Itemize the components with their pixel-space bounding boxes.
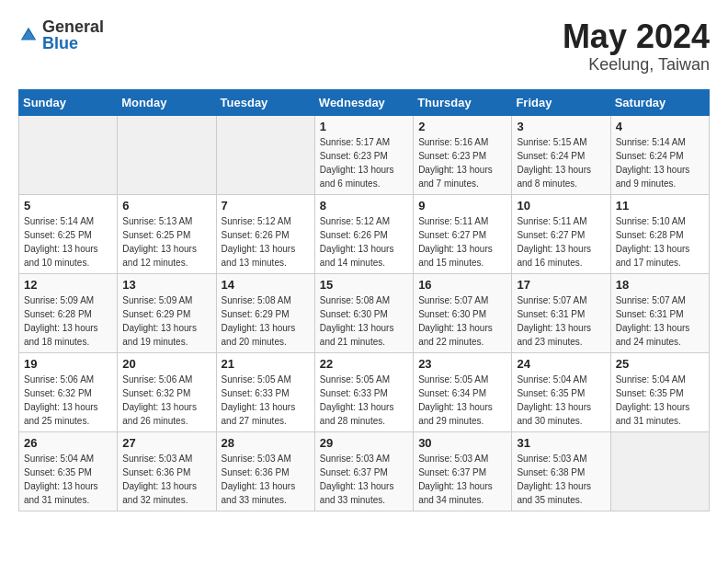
day-info: Sunrise: 5:05 AM Sunset: 6:34 PM Dayligh… xyxy=(418,373,506,428)
calendar-cell: 12Sunrise: 5:09 AM Sunset: 6:28 PM Dayli… xyxy=(19,273,118,352)
day-number: 1 xyxy=(320,120,408,133)
day-info: Sunrise: 5:10 AM Sunset: 6:28 PM Dayligh… xyxy=(616,214,704,270)
calendar-cell: 1Sunrise: 5:17 AM Sunset: 6:23 PM Daylig… xyxy=(314,115,413,194)
day-info: Sunrise: 5:06 AM Sunset: 6:32 PM Dayligh… xyxy=(24,373,112,428)
day-info: Sunrise: 5:07 AM Sunset: 6:31 PM Dayligh… xyxy=(517,293,605,349)
weekday-header-thursday: Thursday xyxy=(414,89,512,115)
day-number: 5 xyxy=(24,199,112,213)
page-header: General Blue May 2024 Keelung, Taiwan xyxy=(18,18,710,75)
calendar-table: SundayMondayTuesdayWednesdayThursdayFrid… xyxy=(18,89,710,511)
calendar-location: Keelung, Taiwan xyxy=(563,55,710,75)
day-number: 10 xyxy=(517,199,605,213)
day-number: 8 xyxy=(320,199,408,213)
day-number: 31 xyxy=(517,436,605,450)
calendar-week-1: 1Sunrise: 5:17 AM Sunset: 6:23 PM Daylig… xyxy=(19,115,710,194)
weekday-header-wednesday: Wednesday xyxy=(314,89,413,115)
day-number: 2 xyxy=(418,120,506,133)
day-number: 28 xyxy=(222,436,310,450)
day-number: 17 xyxy=(517,278,605,292)
day-number: 30 xyxy=(418,436,506,450)
day-number: 4 xyxy=(616,120,704,133)
day-number: 9 xyxy=(418,199,506,213)
calendar-cell: 6Sunrise: 5:13 AM Sunset: 6:25 PM Daylig… xyxy=(118,194,216,273)
calendar-cell: 31Sunrise: 5:03 AM Sunset: 6:38 PM Dayli… xyxy=(512,431,610,511)
day-info: Sunrise: 5:13 AM Sunset: 6:25 PM Dayligh… xyxy=(122,214,210,270)
day-number: 11 xyxy=(616,199,704,213)
day-info: Sunrise: 5:03 AM Sunset: 6:38 PM Dayligh… xyxy=(517,452,605,507)
logo-text-general: General xyxy=(42,18,104,35)
calendar-cell: 17Sunrise: 5:07 AM Sunset: 6:31 PM Dayli… xyxy=(512,273,610,352)
day-number: 24 xyxy=(517,357,605,371)
day-info: Sunrise: 5:03 AM Sunset: 6:36 PM Dayligh… xyxy=(122,452,210,507)
day-info: Sunrise: 5:05 AM Sunset: 6:33 PM Dayligh… xyxy=(222,373,310,428)
calendar-cell: 18Sunrise: 5:07 AM Sunset: 6:31 PM Dayli… xyxy=(610,273,709,352)
day-info: Sunrise: 5:14 AM Sunset: 6:24 PM Dayligh… xyxy=(616,135,704,190)
day-info: Sunrise: 5:03 AM Sunset: 6:37 PM Dayligh… xyxy=(418,452,506,507)
calendar-cell: 26Sunrise: 5:04 AM Sunset: 6:35 PM Dayli… xyxy=(19,431,118,511)
logo-text-blue: Blue xyxy=(42,35,104,52)
day-info: Sunrise: 5:06 AM Sunset: 6:32 PM Dayligh… xyxy=(122,373,210,428)
day-number: 7 xyxy=(222,199,310,213)
calendar-cell: 24Sunrise: 5:04 AM Sunset: 6:35 PM Dayli… xyxy=(512,352,610,431)
calendar-cell: 3Sunrise: 5:15 AM Sunset: 6:24 PM Daylig… xyxy=(512,115,610,194)
day-info: Sunrise: 5:16 AM Sunset: 6:23 PM Dayligh… xyxy=(418,135,506,190)
day-number: 3 xyxy=(517,120,605,133)
day-number: 6 xyxy=(122,199,210,213)
day-number: 19 xyxy=(24,357,112,371)
day-number: 20 xyxy=(122,357,210,371)
calendar-cell: 20Sunrise: 5:06 AM Sunset: 6:32 PM Dayli… xyxy=(118,352,216,431)
calendar-cell: 13Sunrise: 5:09 AM Sunset: 6:29 PM Dayli… xyxy=(118,273,216,352)
day-info: Sunrise: 5:11 AM Sunset: 6:27 PM Dayligh… xyxy=(517,214,605,270)
calendar-cell: 30Sunrise: 5:03 AM Sunset: 6:37 PM Dayli… xyxy=(414,431,512,511)
day-number: 25 xyxy=(616,357,704,371)
calendar-week-2: 5Sunrise: 5:14 AM Sunset: 6:25 PM Daylig… xyxy=(19,194,710,273)
logo-icon xyxy=(18,25,39,45)
calendar-cell: 19Sunrise: 5:06 AM Sunset: 6:32 PM Dayli… xyxy=(19,352,118,431)
calendar-cell: 5Sunrise: 5:14 AM Sunset: 6:25 PM Daylig… xyxy=(19,194,118,273)
day-info: Sunrise: 5:04 AM Sunset: 6:35 PM Dayligh… xyxy=(24,452,112,507)
day-info: Sunrise: 5:04 AM Sunset: 6:35 PM Dayligh… xyxy=(517,373,605,428)
calendar-cell: 22Sunrise: 5:05 AM Sunset: 6:33 PM Dayli… xyxy=(314,352,413,431)
day-info: Sunrise: 5:03 AM Sunset: 6:37 PM Dayligh… xyxy=(320,452,408,507)
calendar-cell xyxy=(610,431,709,511)
day-number: 16 xyxy=(418,278,506,292)
calendar-cell xyxy=(216,115,314,194)
day-number: 26 xyxy=(24,436,112,450)
day-info: Sunrise: 5:09 AM Sunset: 6:29 PM Dayligh… xyxy=(122,293,210,349)
weekday-header-tuesday: Tuesday xyxy=(216,89,314,115)
calendar-cell xyxy=(19,115,118,194)
day-info: Sunrise: 5:17 AM Sunset: 6:23 PM Dayligh… xyxy=(320,135,408,190)
calendar-cell: 10Sunrise: 5:11 AM Sunset: 6:27 PM Dayli… xyxy=(512,194,610,273)
title-block: May 2024 Keelung, Taiwan xyxy=(563,18,710,75)
day-number: 13 xyxy=(122,278,210,292)
calendar-cell: 9Sunrise: 5:11 AM Sunset: 6:27 PM Daylig… xyxy=(414,194,512,273)
day-number: 15 xyxy=(320,278,408,292)
calendar-cell: 29Sunrise: 5:03 AM Sunset: 6:37 PM Dayli… xyxy=(314,431,413,511)
day-info: Sunrise: 5:09 AM Sunset: 6:28 PM Dayligh… xyxy=(24,293,112,349)
calendar-cell: 21Sunrise: 5:05 AM Sunset: 6:33 PM Dayli… xyxy=(216,352,314,431)
calendar-cell xyxy=(118,115,216,194)
calendar-week-5: 26Sunrise: 5:04 AM Sunset: 6:35 PM Dayli… xyxy=(19,431,710,511)
day-info: Sunrise: 5:12 AM Sunset: 6:26 PM Dayligh… xyxy=(320,214,408,270)
day-number: 12 xyxy=(24,278,112,292)
calendar-cell: 28Sunrise: 5:03 AM Sunset: 6:36 PM Dayli… xyxy=(216,431,314,511)
day-info: Sunrise: 5:05 AM Sunset: 6:33 PM Dayligh… xyxy=(320,373,408,428)
day-info: Sunrise: 5:12 AM Sunset: 6:26 PM Dayligh… xyxy=(222,214,310,270)
calendar-cell: 7Sunrise: 5:12 AM Sunset: 6:26 PM Daylig… xyxy=(216,194,314,273)
calendar-cell: 8Sunrise: 5:12 AM Sunset: 6:26 PM Daylig… xyxy=(314,194,413,273)
logo: General Blue xyxy=(18,18,104,52)
day-number: 27 xyxy=(122,436,210,450)
day-info: Sunrise: 5:04 AM Sunset: 6:35 PM Dayligh… xyxy=(616,373,704,428)
day-info: Sunrise: 5:08 AM Sunset: 6:30 PM Dayligh… xyxy=(320,293,408,349)
weekday-header-friday: Friday xyxy=(512,89,610,115)
calendar-title: May 2024 xyxy=(563,18,710,55)
calendar-cell: 11Sunrise: 5:10 AM Sunset: 6:28 PM Dayli… xyxy=(610,194,709,273)
day-number: 23 xyxy=(418,357,506,371)
calendar-cell: 25Sunrise: 5:04 AM Sunset: 6:35 PM Dayli… xyxy=(610,352,709,431)
day-info: Sunrise: 5:03 AM Sunset: 6:36 PM Dayligh… xyxy=(222,452,310,507)
calendar-cell: 27Sunrise: 5:03 AM Sunset: 6:36 PM Dayli… xyxy=(118,431,216,511)
day-info: Sunrise: 5:14 AM Sunset: 6:25 PM Dayligh… xyxy=(24,214,112,270)
weekday-header-monday: Monday xyxy=(118,89,216,115)
day-number: 18 xyxy=(616,278,704,292)
calendar-week-3: 12Sunrise: 5:09 AM Sunset: 6:28 PM Dayli… xyxy=(19,273,710,352)
